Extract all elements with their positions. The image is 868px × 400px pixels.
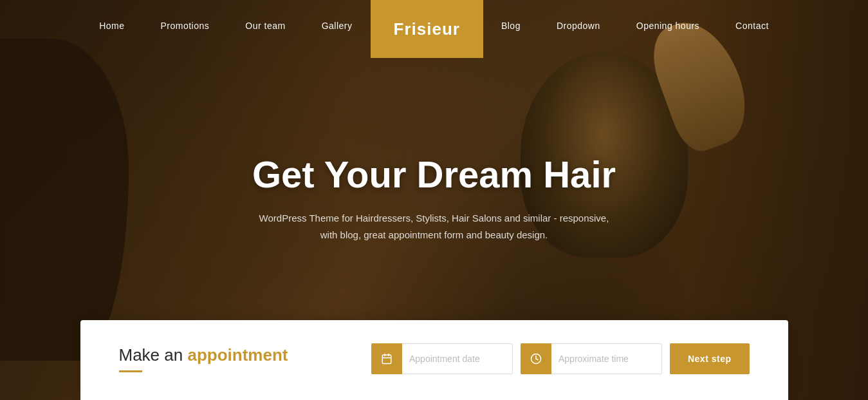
nav-item-our-team[interactable]: Our team (227, 20, 303, 32)
nav-link-promotions[interactable]: Promotions (143, 21, 228, 31)
nav-item-home[interactable]: Home (81, 20, 142, 32)
hero-section: Home Promotions Our team Gallery Frisieu… (0, 0, 868, 400)
navbar: Home Promotions Our team Gallery Frisieu… (0, 0, 868, 52)
time-input-wrap (521, 343, 662, 374)
nav-item-gallery[interactable]: Gallery (304, 20, 371, 32)
nav-link-our-team[interactable]: Our team (227, 21, 303, 31)
nav-link-opening-hours[interactable]: Opening hours (618, 21, 717, 31)
hero-title: Get Your Dream Hair (209, 153, 660, 195)
nav-item-blog[interactable]: Blog (483, 20, 539, 32)
nav-link-home[interactable]: Home (81, 21, 142, 31)
hero-subtitle: WordPress Theme for Hairdressers, Stylis… (254, 210, 614, 243)
appointment-heading-plain: Make an (119, 345, 188, 365)
next-step-button[interactable]: Next step (670, 343, 750, 374)
nav-links-right: Blog Dropdown Opening hours Contact (483, 0, 787, 52)
calendar-icon (371, 343, 402, 374)
nav-item-opening-hours[interactable]: Opening hours (618, 20, 717, 32)
logo-box[interactable]: Frisieur (371, 0, 483, 58)
logo-text: Frisieur (394, 19, 460, 39)
nav-link-contact[interactable]: Contact (717, 21, 787, 31)
nav-link-dropdown[interactable]: Dropdown (539, 21, 618, 31)
nav-links-left: Home Promotions Our team Gallery (81, 0, 370, 52)
hero-content: Get Your Dream Hair WordPress Theme for … (209, 153, 660, 243)
appointment-underline (119, 370, 142, 372)
appointment-heading-accent: appointment (187, 345, 288, 365)
nav-item-contact[interactable]: Contact (717, 20, 787, 32)
date-input-wrap (371, 343, 513, 374)
clock-icon (521, 343, 551, 374)
appointment-form: Next step (371, 343, 750, 374)
nav-link-gallery[interactable]: Gallery (304, 21, 371, 31)
appointment-heading-wrap: Make an appointment (119, 345, 288, 372)
nav-link-blog[interactable]: Blog (483, 21, 539, 31)
hero-left-shape (0, 39, 129, 361)
appointment-heading: Make an appointment (119, 345, 288, 365)
appointment-section: Make an appointment Next step (80, 320, 788, 400)
nav-item-dropdown[interactable]: Dropdown (539, 20, 618, 32)
svg-rect-0 (382, 355, 391, 364)
nav-item-promotions[interactable]: Promotions (143, 20, 228, 32)
